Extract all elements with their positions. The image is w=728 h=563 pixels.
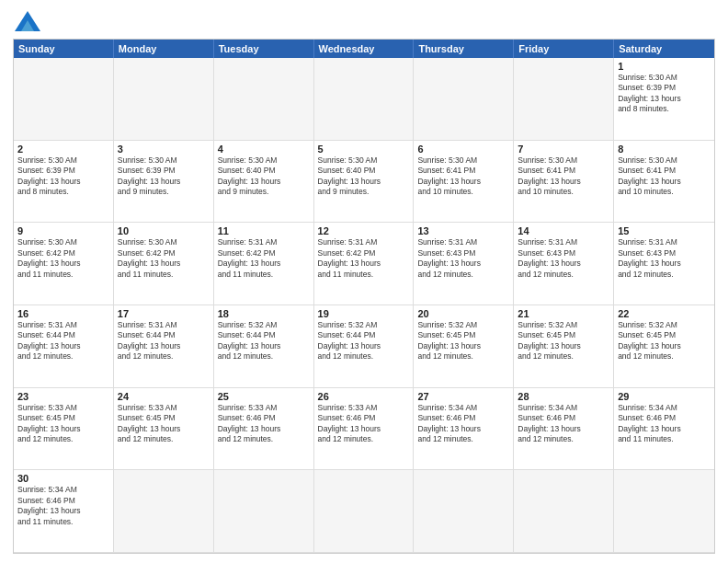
day-number: 4 bbox=[218, 144, 310, 155]
day-info: Sunrise: 5:30 AMSunset: 6:41 PMDaylight:… bbox=[518, 155, 609, 198]
day-info: Sunrise: 5:31 AMSunset: 6:43 PMDaylight:… bbox=[618, 237, 711, 280]
day-number: 6 bbox=[417, 144, 509, 155]
day-number: 2 bbox=[17, 144, 109, 155]
day-number: 3 bbox=[118, 144, 210, 155]
day-info: Sunrise: 5:32 AMSunset: 6:44 PMDaylight:… bbox=[218, 320, 310, 362]
calendar-day-21: 21Sunrise: 5:32 AMSunset: 6:45 PMDayligh… bbox=[514, 305, 614, 388]
day-info: Sunrise: 5:31 AMSunset: 6:44 PMDaylight:… bbox=[17, 320, 109, 362]
day-info: Sunrise: 5:30 AMSunset: 6:39 PMDaylight:… bbox=[618, 73, 711, 115]
day-info: Sunrise: 5:30 AMSunset: 6:39 PMDaylight:… bbox=[17, 155, 109, 198]
day-number: 30 bbox=[17, 473, 109, 484]
day-info: Sunrise: 5:34 AMSunset: 6:46 PMDaylight:… bbox=[518, 403, 609, 445]
day-info: Sunrise: 5:30 AMSunset: 6:42 PMDaylight:… bbox=[17, 237, 109, 280]
day-number: 12 bbox=[318, 225, 410, 236]
day-number: 20 bbox=[417, 308, 509, 319]
day-number: 24 bbox=[118, 391, 210, 402]
calendar-day-10: 10Sunrise: 5:30 AMSunset: 6:42 PMDayligh… bbox=[114, 223, 214, 305]
day-info: Sunrise: 5:34 AMSunset: 6:46 PMDaylight:… bbox=[17, 485, 109, 527]
calendar-day-5: 5Sunrise: 5:30 AMSunset: 6:40 PMDaylight… bbox=[314, 141, 415, 224]
calendar-day-13: 13Sunrise: 5:31 AMSunset: 6:43 PMDayligh… bbox=[414, 223, 514, 305]
calendar-day-14: 14Sunrise: 5:31 AMSunset: 6:43 PMDayligh… bbox=[514, 223, 614, 305]
day-info: Sunrise: 5:30 AMSunset: 6:40 PMDaylight:… bbox=[218, 155, 310, 198]
day-info: Sunrise: 5:32 AMSunset: 6:45 PMDaylight:… bbox=[417, 320, 509, 362]
day-header-monday: Monday bbox=[114, 40, 214, 58]
day-number: 15 bbox=[618, 225, 711, 236]
day-number: 26 bbox=[318, 391, 410, 402]
day-header-thursday: Thursday bbox=[414, 40, 514, 58]
day-number: 21 bbox=[518, 308, 609, 319]
calendar: SundayMondayTuesdayWednesdayThursdayFrid… bbox=[13, 39, 715, 554]
calendar-day-9: 9Sunrise: 5:30 AMSunset: 6:42 PMDaylight… bbox=[14, 223, 114, 305]
day-info: Sunrise: 5:34 AMSunset: 6:46 PMDaylight:… bbox=[417, 403, 509, 445]
calendar-empty bbox=[414, 58, 514, 141]
day-number: 17 bbox=[118, 308, 210, 319]
calendar-day-24: 24Sunrise: 5:33 AMSunset: 6:45 PMDayligh… bbox=[114, 388, 214, 471]
day-number: 10 bbox=[118, 225, 210, 236]
page: SundayMondayTuesdayWednesdayThursdayFrid… bbox=[0, 0, 728, 563]
day-header-wednesday: Wednesday bbox=[314, 40, 415, 58]
day-number: 16 bbox=[17, 308, 109, 319]
day-info: Sunrise: 5:32 AMSunset: 6:44 PMDaylight:… bbox=[318, 320, 410, 362]
day-info: Sunrise: 5:30 AMSunset: 6:40 PMDaylight:… bbox=[318, 155, 410, 198]
calendar-empty bbox=[114, 58, 214, 141]
calendar-empty bbox=[414, 470, 514, 553]
calendar-empty bbox=[314, 58, 415, 141]
day-number: 19 bbox=[318, 308, 410, 319]
day-number: 9 bbox=[17, 225, 109, 236]
day-number: 14 bbox=[518, 225, 609, 236]
calendar-day-12: 12Sunrise: 5:31 AMSunset: 6:42 PMDayligh… bbox=[314, 223, 415, 305]
day-number: 27 bbox=[417, 391, 509, 402]
calendar-day-25: 25Sunrise: 5:33 AMSunset: 6:46 PMDayligh… bbox=[214, 388, 314, 471]
day-info: Sunrise: 5:30 AMSunset: 6:41 PMDaylight:… bbox=[618, 155, 711, 198]
day-info: Sunrise: 5:31 AMSunset: 6:44 PMDaylight:… bbox=[118, 320, 210, 362]
day-info: Sunrise: 5:30 AMSunset: 6:41 PMDaylight:… bbox=[417, 155, 509, 198]
day-info: Sunrise: 5:33 AMSunset: 6:46 PMDaylight:… bbox=[318, 403, 410, 445]
day-info: Sunrise: 5:30 AMSunset: 6:42 PMDaylight:… bbox=[118, 237, 210, 280]
day-info: Sunrise: 5:31 AMSunset: 6:42 PMDaylight:… bbox=[318, 237, 410, 280]
header bbox=[13, 11, 715, 31]
day-info: Sunrise: 5:34 AMSunset: 6:46 PMDaylight:… bbox=[618, 403, 711, 445]
day-info: Sunrise: 5:31 AMSunset: 6:43 PMDaylight:… bbox=[417, 237, 509, 280]
calendar-day-23: 23Sunrise: 5:33 AMSunset: 6:45 PMDayligh… bbox=[14, 388, 114, 471]
calendar-empty bbox=[514, 58, 614, 141]
calendar-day-22: 22Sunrise: 5:32 AMSunset: 6:45 PMDayligh… bbox=[614, 305, 714, 388]
calendar-day-1: 1Sunrise: 5:30 AMSunset: 6:39 PMDaylight… bbox=[614, 58, 714, 141]
day-number: 25 bbox=[218, 391, 310, 402]
calendar-day-19: 19Sunrise: 5:32 AMSunset: 6:44 PMDayligh… bbox=[314, 305, 415, 388]
day-number: 8 bbox=[618, 144, 711, 155]
calendar-empty bbox=[114, 470, 214, 553]
day-number: 29 bbox=[618, 391, 711, 402]
calendar-day-16: 16Sunrise: 5:31 AMSunset: 6:44 PMDayligh… bbox=[14, 305, 114, 388]
day-header-friday: Friday bbox=[514, 40, 614, 58]
day-info: Sunrise: 5:33 AMSunset: 6:46 PMDaylight:… bbox=[218, 403, 310, 445]
calendar-day-20: 20Sunrise: 5:32 AMSunset: 6:45 PMDayligh… bbox=[414, 305, 514, 388]
calendar-day-29: 29Sunrise: 5:34 AMSunset: 6:46 PMDayligh… bbox=[614, 388, 714, 471]
day-number: 18 bbox=[218, 308, 310, 319]
logo-icon bbox=[15, 11, 40, 31]
calendar-day-2: 2Sunrise: 5:30 AMSunset: 6:39 PMDaylight… bbox=[14, 141, 114, 224]
calendar-day-18: 18Sunrise: 5:32 AMSunset: 6:44 PMDayligh… bbox=[214, 305, 314, 388]
day-number: 23 bbox=[17, 391, 109, 402]
calendar-empty bbox=[214, 58, 314, 141]
calendar-empty bbox=[14, 58, 114, 141]
calendar-empty bbox=[514, 470, 614, 553]
calendar-day-26: 26Sunrise: 5:33 AMSunset: 6:46 PMDayligh… bbox=[314, 388, 415, 471]
calendar-day-28: 28Sunrise: 5:34 AMSunset: 6:46 PMDayligh… bbox=[514, 388, 614, 471]
day-number: 22 bbox=[618, 308, 711, 319]
calendar-day-7: 7Sunrise: 5:30 AMSunset: 6:41 PMDaylight… bbox=[514, 141, 614, 224]
day-number: 5 bbox=[318, 144, 410, 155]
day-info: Sunrise: 5:31 AMSunset: 6:43 PMDaylight:… bbox=[518, 237, 609, 280]
day-number: 1 bbox=[618, 61, 711, 72]
logo bbox=[13, 11, 40, 31]
day-number: 11 bbox=[218, 225, 310, 236]
calendar-day-3: 3Sunrise: 5:30 AMSunset: 6:39 PMDaylight… bbox=[114, 141, 214, 224]
day-number: 13 bbox=[417, 225, 509, 236]
calendar-day-8: 8Sunrise: 5:30 AMSunset: 6:41 PMDaylight… bbox=[614, 141, 714, 224]
day-info: Sunrise: 5:30 AMSunset: 6:39 PMDaylight:… bbox=[118, 155, 210, 198]
day-header-saturday: Saturday bbox=[614, 40, 714, 58]
calendar-day-27: 27Sunrise: 5:34 AMSunset: 6:46 PMDayligh… bbox=[414, 388, 514, 471]
calendar-day-17: 17Sunrise: 5:31 AMSunset: 6:44 PMDayligh… bbox=[114, 305, 214, 388]
day-info: Sunrise: 5:31 AMSunset: 6:42 PMDaylight:… bbox=[218, 237, 310, 280]
day-header-tuesday: Tuesday bbox=[214, 40, 314, 58]
calendar-day-6: 6Sunrise: 5:30 AMSunset: 6:41 PMDaylight… bbox=[414, 141, 514, 224]
